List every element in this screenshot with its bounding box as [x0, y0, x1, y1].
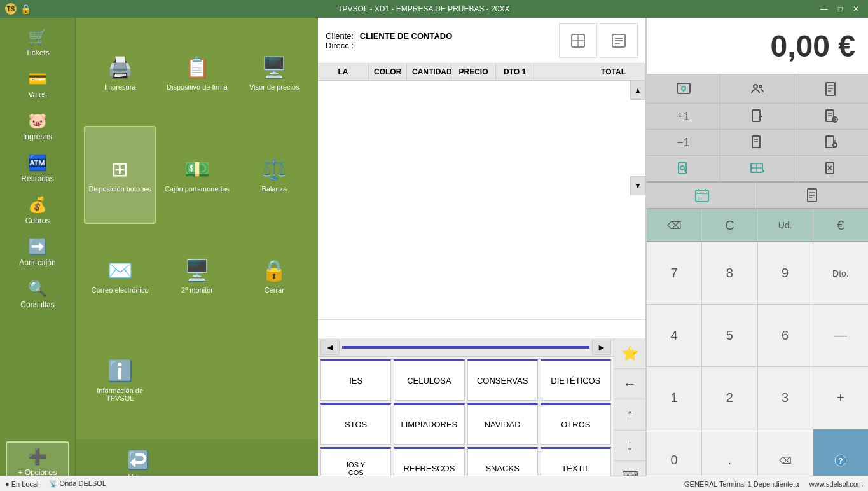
- product-area: ◄ ► IES CELULOSA CONSERVAS DIETÉTICOS ST…: [318, 338, 645, 491]
- scroll-up-button[interactable]: ▲: [630, 81, 645, 100]
- col-dto: DTO 1: [496, 64, 534, 80]
- num-8[interactable]: 8: [702, 242, 757, 304]
- report-button[interactable]: [757, 183, 868, 208]
- svg-point-8: [682, 86, 685, 90]
- minimize-button[interactable]: —: [816, 3, 832, 15]
- product-btn-navidad[interactable]: NAVIDAD: [467, 403, 538, 445]
- prod-nav-right[interactable]: ►: [592, 340, 611, 355]
- product-btn-stos[interactable]: STOS: [320, 403, 391, 445]
- product-btn-dieteticos[interactable]: DIETÉTICOS: [541, 359, 611, 401]
- menu-label-visor-precios: Visor de precios: [249, 83, 300, 91]
- scale-icon: ⚖️: [261, 157, 287, 181]
- menu-label-disposicion-botones: Disposición botones: [88, 185, 151, 193]
- plus-button[interactable]: +: [813, 367, 868, 429]
- num-2[interactable]: 2: [702, 367, 757, 429]
- menu-label-correo: Correo electrónico: [92, 286, 149, 294]
- calendar-button[interactable]: ▷: [647, 183, 757, 208]
- menu-item-dispositivo-firma[interactable]: 📋 Dispositivo de firma: [161, 25, 233, 121]
- search-ticket-button[interactable]: [647, 75, 720, 103]
- num-6[interactable]: 6: [758, 305, 813, 366]
- menu-item-correo[interactable]: ✉️ Correo electrónico: [84, 229, 156, 324]
- menu-item-cajon-portamonedas[interactable]: 💵 Cajón portamonedas: [161, 126, 233, 224]
- sidebar-item-vales[interactable]: 💳 Vales: [6, 65, 69, 104]
- sidebar-item-consultas[interactable]: 🔍 Consultas: [6, 275, 69, 314]
- plus-circle-icon: ➕: [28, 448, 47, 466]
- menu-item-disposicion-botones[interactable]: ⊞ Disposición botones: [84, 126, 156, 224]
- maximize-button[interactable]: □: [834, 3, 846, 15]
- col-cantidad: CANTIDAD: [407, 64, 451, 80]
- users-button[interactable]: [720, 75, 794, 103]
- sidebar-item-abrir-cajon[interactable]: ➡️ Abrir cajón: [6, 233, 69, 272]
- dto-button[interactable]: Dto.: [813, 242, 868, 304]
- menu-label-monitor2: 2º monitor: [181, 286, 213, 294]
- menu-item-visor-precios[interactable]: 🖥️ Visor de precios: [238, 25, 310, 121]
- svg-point-9: [754, 85, 757, 88]
- sidebar-label-cobros: Cobros: [25, 216, 50, 225]
- num-3[interactable]: 3: [758, 367, 813, 429]
- info-icon: ℹ️: [107, 359, 133, 383]
- sidebar-item-cobros[interactable]: 💰 Cobros: [6, 191, 69, 230]
- menu-label-balanza: Balanza: [261, 185, 287, 193]
- window-controls[interactable]: — □ ✕: [816, 3, 863, 15]
- lock-icon: 🔒: [261, 258, 287, 282]
- add-table-button[interactable]: [720, 156, 794, 181]
- product-btn-ies[interactable]: IES: [320, 359, 391, 401]
- minus-one-button[interactable]: −1: [647, 130, 720, 155]
- list2-button[interactable]: [720, 130, 794, 155]
- menu-item-impresora[interactable]: 🖨️ Impresora: [84, 25, 156, 121]
- menu-item-balanza[interactable]: ⚖️ Balanza: [238, 126, 310, 224]
- table-body: ▲ ▼: [318, 81, 645, 195]
- sidebar-item-tickets[interactable]: 🛒 Tickets: [6, 23, 69, 62]
- display-amount: 0,00 €: [647, 18, 868, 75]
- num-7[interactable]: 7: [647, 242, 701, 304]
- user-receipt-button[interactable]: [794, 130, 868, 155]
- svg-point-10: [759, 85, 762, 88]
- up-arrow-button[interactable]: ↑: [614, 399, 645, 430]
- product-btn-conservas[interactable]: CONSERVAS: [467, 359, 538, 401]
- sidebar-item-retiradas[interactable]: 🏧 Retiradas: [6, 149, 69, 188]
- close-button[interactable]: ✕: [849, 3, 863, 15]
- product-nav-side: ⭐ ← ↑ ↓ ⌨: [614, 338, 645, 491]
- add-receipt-button[interactable]: [720, 104, 794, 129]
- menu-item-cerrar[interactable]: 🔒 Cerrar: [238, 229, 310, 324]
- ticket-action-btn-2[interactable]: [600, 23, 638, 58]
- minus-button[interactable]: —: [813, 305, 868, 366]
- action-row-3: −1: [647, 130, 868, 156]
- euro-button[interactable]: €: [813, 209, 868, 241]
- search-document-button[interactable]: [647, 156, 720, 181]
- clear-button[interactable]: C: [702, 209, 757, 241]
- menu-item-monitor2[interactable]: 🖥️ 2º monitor: [161, 229, 233, 324]
- num-9[interactable]: 9: [758, 242, 813, 304]
- menu-item-info[interactable]: ℹ️ Información de TPVSOL: [84, 329, 156, 432]
- window-title: TPVSOL - XD1 - EMPRESA DE PRUEBAS - 20XX: [31, 4, 816, 13]
- product-btn-limpiadores[interactable]: LIMPIADORES: [394, 403, 464, 445]
- scroll-down-button[interactable]: ▼: [630, 176, 645, 195]
- svg-rect-27: [826, 136, 834, 148]
- product-btn-otros[interactable]: OTROS: [541, 403, 611, 445]
- favorites-button[interactable]: ⭐: [614, 338, 645, 369]
- status-website: www.sdelsol.com: [809, 480, 863, 488]
- items-table: LA COLOR CANTIDAD PRECIO DTO 1 TOTAL ▲ ▼: [318, 64, 645, 319]
- title-bar: TS 🔒 TPVSOL - XD1 - EMPRESA DE PRUEBAS -…: [0, 0, 868, 18]
- num-1[interactable]: 1: [647, 367, 701, 429]
- sidebar-label-vales: Vales: [28, 90, 46, 99]
- receipt-button[interactable]: [794, 75, 868, 103]
- prod-nav-left[interactable]: ◄: [320, 340, 340, 355]
- back-arrow-button[interactable]: ←: [614, 369, 645, 399]
- unit-button[interactable]: Ud.: [758, 209, 813, 241]
- svg-point-31: [680, 166, 684, 170]
- action-row-4: [647, 156, 868, 183]
- menu-panel: 🖨️ Impresora 📋 Dispositivo de firma 🖥️ V…: [76, 18, 318, 491]
- list-receipt-button[interactable]: [794, 104, 868, 129]
- sidebar-item-ingresos[interactable]: 🐷 Ingresos: [6, 107, 69, 146]
- cross-receipt-button[interactable]: [794, 156, 868, 181]
- product-grid: IES CELULOSA CONSERVAS DIETÉTICOS STOS L…: [318, 357, 614, 491]
- ticket-action-btn-1[interactable]: [559, 23, 597, 58]
- product-btn-celulosa[interactable]: CELULOSA: [394, 359, 464, 401]
- plus-one-button[interactable]: +1: [647, 104, 720, 129]
- backspace-button[interactable]: ⌫: [647, 209, 701, 241]
- down-arrow-button[interactable]: ↓: [614, 431, 645, 461]
- num-4[interactable]: 4: [647, 305, 701, 366]
- num-5[interactable]: 5: [702, 305, 757, 366]
- menu-label-cerrar: Cerrar: [265, 286, 284, 294]
